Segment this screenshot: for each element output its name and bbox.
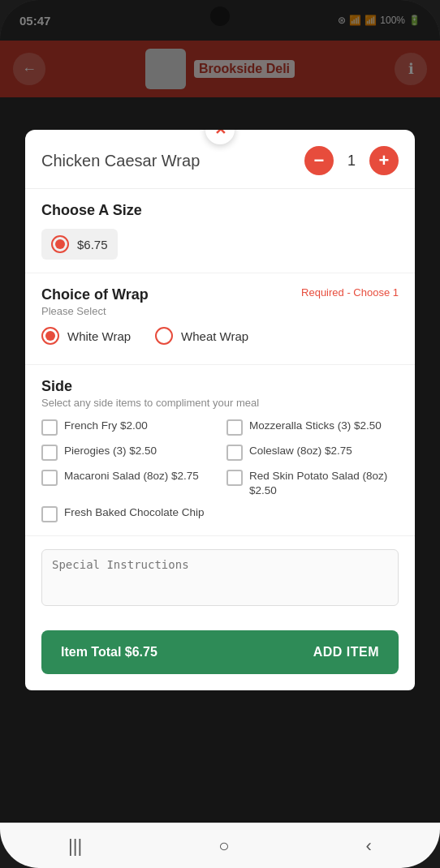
side-option-macaroni[interactable]: Macaroni Salad (8oz) $2.75 xyxy=(41,469,214,497)
wrap-section: Choice of Wrap Please Select Required - … xyxy=(25,273,415,365)
add-item-button[interactable]: Item Total $6.75 ADD ITEM xyxy=(41,630,399,674)
modal-sheet: ✕ Chicken Caesar Wrap − 1 + xyxy=(25,130,415,690)
size-radio xyxy=(51,235,69,253)
macaroni-checkbox xyxy=(41,470,58,486)
wrap-option-wheat[interactable]: Wheat Wrap xyxy=(155,327,248,345)
item-title: Chicken Caesar Wrap xyxy=(41,152,200,170)
quantity-decrease-button[interactable]: − xyxy=(304,146,334,175)
side-option-coleslaw[interactable]: Coleslaw (8oz) $2.75 xyxy=(226,444,399,461)
wrap-option-white[interactable]: White Wrap xyxy=(41,327,131,345)
instructions-section xyxy=(25,536,415,622)
pierogies-label: Pierogies (3) $2.50 xyxy=(64,444,157,458)
french-fry-checkbox xyxy=(41,419,58,436)
coleslaw-label: Coleslaw (8oz) $2.75 xyxy=(249,444,352,458)
minus-icon: − xyxy=(314,150,325,171)
size-section-header: Choose A Size xyxy=(41,202,399,219)
size-title: Choose A Size xyxy=(41,202,142,219)
chocolate-chip-checkbox xyxy=(41,506,58,522)
side-section: Side Select any side items to compliment… xyxy=(25,365,415,536)
size-section: Choose A Size $6.75 xyxy=(25,189,415,273)
wheat-wrap-label: Wheat Wrap xyxy=(181,329,248,343)
wrap-subtitle: Please Select xyxy=(41,305,149,317)
quantity-increase-button[interactable]: + xyxy=(369,146,399,175)
wrap-section-header: Choice of Wrap Please Select Required - … xyxy=(41,286,399,317)
wrap-required: Required - Choose 1 xyxy=(301,286,399,299)
white-wrap-label: White Wrap xyxy=(67,329,131,343)
red-skin-label: Red Skin Potato Salad (8oz) $2.50 xyxy=(249,469,399,497)
size-option[interactable]: $6.75 xyxy=(41,229,118,260)
side-option-pierogies[interactable]: Pierogies (3) $2.50 xyxy=(41,444,214,461)
nav-back-icon[interactable]: ‹ xyxy=(366,836,372,857)
side-section-header: Side Select any side items to compliment… xyxy=(41,378,399,409)
side-subtitle: Select any side items to compliment your… xyxy=(41,397,259,409)
add-btn-total: Item Total $6.75 xyxy=(61,645,157,660)
french-fry-label: French Fry $2.00 xyxy=(64,419,148,433)
red-skin-checkbox xyxy=(226,470,243,486)
add-btn-label: ADD ITEM xyxy=(313,645,379,660)
chocolate-chip-label: Fresh Baked Chocolate Chip xyxy=(64,505,205,520)
side-option-mozzeralla[interactable]: Mozzeralla Sticks (3) $2.50 xyxy=(226,419,399,436)
side-option-french-fry[interactable]: French Fry $2.00 xyxy=(41,419,214,436)
wheat-wrap-radio xyxy=(155,327,173,345)
coleslaw-checkbox xyxy=(226,445,243,461)
nav-menu-icon[interactable]: ||| xyxy=(68,836,82,857)
close-icon: ✕ xyxy=(214,130,226,139)
pierogies-checkbox xyxy=(41,445,58,461)
instructions-input[interactable] xyxy=(41,549,399,606)
plus-icon: + xyxy=(379,150,390,171)
side-title: Side xyxy=(41,378,259,395)
phone-frame: 05:47 ⊛ 📶 📶 100% 🔋 ← Brookside Deli ℹ ✕ xyxy=(0,0,440,868)
nav-bar: ||| ○ ‹ xyxy=(0,823,440,868)
quantity-controls: − 1 + xyxy=(304,146,399,175)
macaroni-label: Macaroni Salad (8oz) $2.75 xyxy=(64,469,199,483)
quantity-value: 1 xyxy=(343,153,360,170)
modal-overlay: ✕ Chicken Caesar Wrap − 1 + xyxy=(0,0,440,868)
white-wrap-radio xyxy=(41,327,59,345)
size-price: $6.75 xyxy=(77,238,108,251)
mozzeralla-checkbox xyxy=(226,419,243,436)
wrap-title: Choice of Wrap xyxy=(41,286,149,303)
mozzeralla-label: Mozzeralla Sticks (3) $2.50 xyxy=(249,419,382,433)
side-grid: French Fry $2.00 Mozzeralla Sticks (3) $… xyxy=(41,419,399,522)
side-option-chocolate-chip[interactable]: Fresh Baked Chocolate Chip xyxy=(41,505,214,522)
nav-home-icon[interactable]: ○ xyxy=(218,836,229,857)
wrap-options: White Wrap Wheat Wrap xyxy=(41,327,399,351)
side-option-red-skin[interactable]: Red Skin Potato Salad (8oz) $2.50 xyxy=(226,469,399,497)
